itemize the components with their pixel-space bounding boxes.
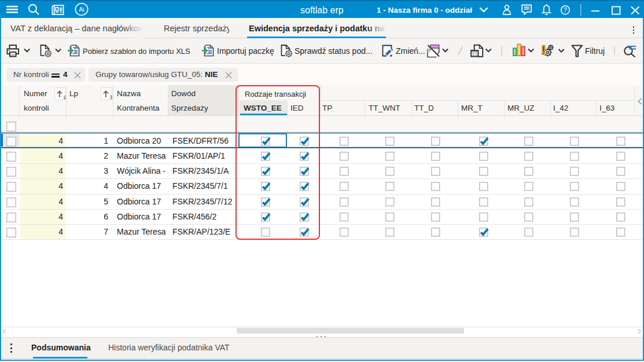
- svg-text:Ai: Ai: [79, 6, 84, 13]
- svg-text:3: 3: [110, 94, 113, 100]
- svg-text:?: ?: [564, 6, 567, 13]
- svg-text:1: 1: [64, 94, 67, 100]
